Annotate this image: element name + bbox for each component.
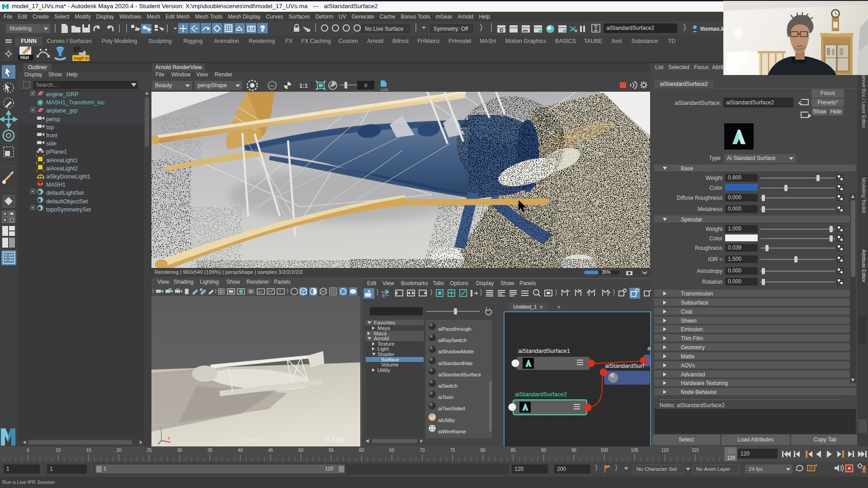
svg-text:20: 20 (116, 448, 122, 453)
svg-text:70: 70 (420, 448, 425, 453)
svg-text:co: co (258, 290, 262, 294)
svg-text:60: 60 (359, 448, 364, 453)
svg-text:x: x (168, 436, 170, 441)
svg-text:0: 0 (364, 83, 367, 88)
svg-text:y: y (160, 426, 162, 431)
svg-text:5: 5 (27, 448, 29, 453)
svg-text:10: 10 (56, 448, 61, 453)
svg-text:persp: persp (248, 436, 261, 443)
svg-text:95: 95 (571, 448, 577, 453)
svg-text:Hist: Hist (20, 55, 29, 60)
svg-text:?: ? (260, 25, 265, 33)
svg-text:105: 105 (631, 448, 638, 453)
svg-text:90: 90 (541, 448, 547, 453)
svg-text:25: 25 (147, 448, 152, 453)
svg-text:65: 65 (389, 448, 395, 453)
svg-text:45: 45 (268, 448, 274, 453)
svg-text:LOG: LOG (381, 88, 388, 92)
svg-text:75: 75 (450, 448, 456, 453)
svg-text:50: 50 (298, 448, 304, 453)
svg-text:aiStandardSurf: aiStandardSurf (605, 362, 644, 369)
svg-text:150: 150 (269, 84, 274, 87)
svg-text:30: 30 (177, 448, 183, 453)
svg-text:a: a (647, 345, 650, 352)
svg-text:0.2 fps: 0.2 fps (326, 436, 344, 443)
svg-text:100: 100 (600, 448, 608, 453)
svg-text:T: T (279, 289, 282, 294)
svg-text:115: 115 (692, 448, 699, 453)
svg-text:80: 80 (481, 448, 486, 453)
svg-text:40: 40 (238, 448, 243, 453)
svg-text:1:1: 1:1 (299, 82, 308, 89)
svg-text:imgP In: imgP In (74, 56, 89, 61)
svg-text:aiStandardSurface2: aiStandardSurface2 (515, 391, 567, 398)
svg-text:35: 35 (208, 448, 213, 453)
svg-text:55: 55 (329, 448, 334, 453)
svg-text:IPR: IPR (523, 29, 528, 33)
svg-text:110: 110 (661, 448, 669, 453)
svg-text:85: 85 (511, 448, 516, 453)
svg-text:15: 15 (86, 448, 91, 453)
svg-text:aiStandardSurface1: aiStandardSurface1 (518, 347, 570, 354)
